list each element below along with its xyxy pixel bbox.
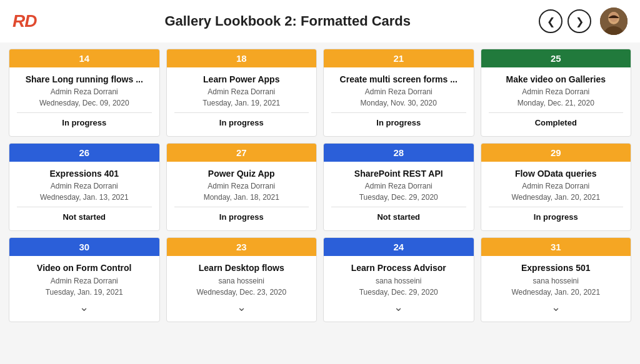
card-author: Admin Reza Dorrani bbox=[365, 182, 432, 190]
card-number: 18 bbox=[167, 49, 317, 67]
card-body: Make video on Galleries Admin Reza Dorra… bbox=[481, 67, 631, 136]
avatar bbox=[600, 7, 628, 35]
card-author: Admin Reza Dorrani bbox=[365, 87, 432, 96]
card-date: Monday, Dec. 21, 2020 bbox=[518, 99, 594, 107]
card-body: Learn Power Apps Admin Reza Dorrani Tues… bbox=[167, 67, 317, 136]
card-date: Wednesday, Jan. 20, 2021 bbox=[511, 193, 600, 202]
card-body: Expressions 401 Admin Reza Dorrani Wedne… bbox=[9, 162, 159, 230]
card-status: In progress bbox=[376, 118, 421, 130]
card-author: sana hosseini bbox=[533, 277, 579, 285]
card-author: Admin Reza Dorrani bbox=[51, 87, 118, 96]
card-title: SharePoint REST API bbox=[354, 168, 443, 179]
card-item[interactable]: 21 Create multi screen forms ... Admin R… bbox=[323, 49, 474, 137]
card-date: Wednesday, Dec. 23, 2020 bbox=[196, 288, 286, 297]
card-status: In progress bbox=[534, 212, 578, 224]
card-item[interactable]: 26 Expressions 401 Admin Reza Dorrani We… bbox=[9, 143, 160, 231]
card-status: Completed bbox=[535, 118, 577, 130]
card-status: Not started bbox=[62, 212, 106, 224]
card-number: 23 bbox=[167, 238, 317, 256]
card-status: In progress bbox=[219, 212, 264, 224]
card-body: Share Long running flows ... Admin Reza … bbox=[9, 67, 159, 136]
card-author: Admin Reza Dorrani bbox=[208, 87, 275, 96]
nav-next-button[interactable]: ❯ bbox=[568, 9, 591, 33]
card-item[interactable]: 31 Expressions 501 sana hosseini Wednesd… bbox=[481, 237, 632, 322]
card-title: Share Long running flows ... bbox=[26, 74, 143, 85]
card-item[interactable]: 14 Share Long running flows ... Admin Re… bbox=[9, 49, 160, 137]
card-body: Power Quiz App Admin Reza Dorrani Monday… bbox=[167, 162, 317, 230]
card-number: 21 bbox=[324, 49, 474, 67]
card-status: In progress bbox=[219, 118, 264, 130]
card-date: Monday, Jan. 18, 2021 bbox=[204, 193, 279, 202]
card-title: Learn Desktop flows bbox=[199, 262, 284, 273]
card-date: Wednesday, Dec. 09, 2020 bbox=[39, 99, 129, 107]
scroll-icon[interactable]: ⌄ bbox=[394, 300, 403, 314]
card-number: 28 bbox=[324, 144, 474, 162]
card-number: 27 bbox=[167, 144, 317, 162]
card-body: SharePoint REST API Admin Reza Dorrani T… bbox=[324, 162, 474, 230]
card-item[interactable]: 25 Make video on Galleries Admin Reza Do… bbox=[481, 49, 632, 137]
logo: RD bbox=[12, 11, 36, 31]
nav-prev-button[interactable]: ❮ bbox=[539, 9, 562, 33]
card-body: Video on Form Control Admin Reza Dorrani… bbox=[9, 256, 159, 321]
card-title: Video on Form Control bbox=[37, 262, 131, 273]
card-item[interactable]: 23 Learn Desktop flows sana hosseini Wed… bbox=[166, 237, 318, 322]
card-date: Wednesday, Jan. 20, 2021 bbox=[511, 288, 600, 297]
card-title: Flow OData queries bbox=[515, 168, 597, 179]
card-item[interactable]: 29 Flow OData queries Admin Reza Dorrani… bbox=[481, 143, 632, 231]
card-item[interactable]: 30 Video on Form Control Admin Reza Dorr… bbox=[9, 237, 160, 322]
card-title: Expressions 401 bbox=[49, 168, 119, 179]
card-author: sana hosseini bbox=[219, 277, 264, 285]
card-item[interactable]: 27 Power Quiz App Admin Reza Dorrani Mon… bbox=[166, 143, 318, 231]
card-date: Tuesday, Dec. 29, 2020 bbox=[359, 193, 438, 202]
scroll-icon[interactable]: ⌄ bbox=[551, 300, 561, 314]
card-number: 29 bbox=[481, 144, 631, 162]
card-number: 31 bbox=[481, 238, 631, 256]
card-grid: 14 Share Long running flows ... Admin Re… bbox=[0, 42, 640, 328]
card-item[interactable]: 24 Learn Process Advisor sana hosseini T… bbox=[323, 237, 474, 322]
card-author: Admin Reza Dorrani bbox=[51, 277, 118, 285]
card-date: Monday, Nov. 30, 2020 bbox=[361, 99, 437, 107]
header-nav: ❮ ❯ bbox=[539, 7, 628, 35]
card-status: In progress bbox=[62, 118, 106, 130]
card-item[interactable]: 18 Learn Power Apps Admin Reza Dorrani T… bbox=[166, 49, 318, 137]
card-date: Wednesday, Jan. 13, 2021 bbox=[40, 193, 129, 202]
header: RD Gallery Lookbook 2: Formatted Cards ❮… bbox=[0, 0, 640, 42]
card-title: Power Quiz App bbox=[208, 168, 275, 179]
card-number: 24 bbox=[324, 238, 474, 256]
card-author: sana hosseini bbox=[376, 277, 421, 285]
card-title: Expressions 501 bbox=[521, 262, 591, 273]
card-date: Tuesday, Jan. 19, 2021 bbox=[202, 99, 280, 107]
card-body: Learn Desktop flows sana hosseini Wednes… bbox=[167, 256, 317, 321]
card-title: Make video on Galleries bbox=[506, 74, 606, 85]
card-body: Create multi screen forms ... Admin Reza… bbox=[324, 67, 474, 136]
card-status: Not started bbox=[377, 212, 420, 224]
card-number: 30 bbox=[9, 238, 159, 256]
scroll-icon[interactable]: ⌄ bbox=[79, 300, 89, 314]
page-title: Gallery Lookbook 2: Formatted Cards bbox=[164, 13, 411, 29]
card-item[interactable]: 28 SharePoint REST API Admin Reza Dorran… bbox=[323, 143, 474, 231]
card-author: Admin Reza Dorrani bbox=[522, 87, 589, 96]
card-author: Admin Reza Dorrani bbox=[522, 182, 589, 190]
card-author: Admin Reza Dorrani bbox=[208, 182, 275, 190]
card-body: Expressions 501 sana hosseini Wednesday,… bbox=[481, 256, 631, 321]
card-author: Admin Reza Dorrani bbox=[51, 182, 118, 190]
scroll-icon[interactable]: ⌄ bbox=[237, 300, 246, 314]
card-number: 14 bbox=[9, 49, 159, 67]
card-date: Tuesday, Dec. 29, 2020 bbox=[359, 288, 438, 297]
card-title: Create multi screen forms ... bbox=[340, 74, 458, 85]
card-body: Learn Process Advisor sana hosseini Tues… bbox=[324, 256, 474, 321]
card-number: 25 bbox=[481, 49, 631, 67]
card-body: Flow OData queries Admin Reza Dorrani We… bbox=[481, 162, 631, 230]
card-title: Learn Process Advisor bbox=[351, 262, 446, 273]
card-number: 26 bbox=[9, 144, 159, 162]
card-title: Learn Power Apps bbox=[203, 74, 279, 85]
card-date: Tuesday, Jan. 19, 2021 bbox=[46, 288, 123, 297]
